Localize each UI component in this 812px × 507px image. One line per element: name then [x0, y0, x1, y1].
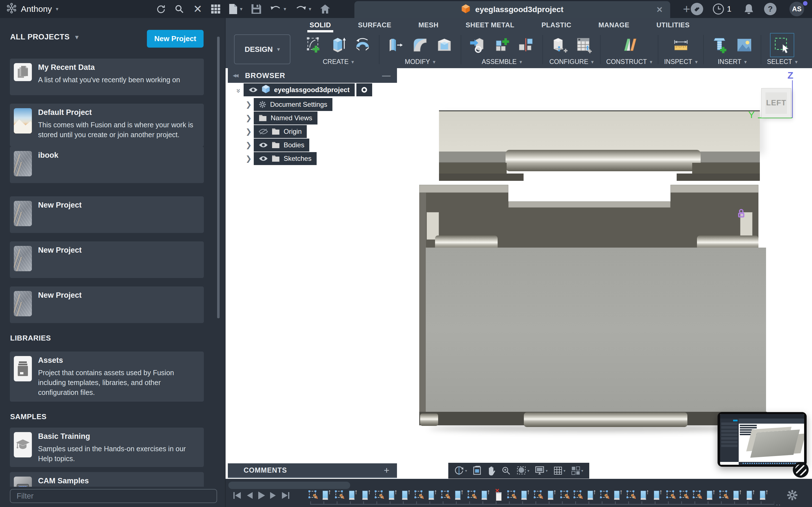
project-card[interactable]: ibook [10, 147, 204, 183]
visibility-eye-icon[interactable] [259, 156, 268, 161]
expander-icon[interactable]: » [234, 85, 243, 95]
viewports-button[interactable] [569, 466, 585, 475]
timeline-feature-extrude[interactable]: ↑ [613, 489, 622, 501]
group-label-modify[interactable]: MODIFY [405, 58, 430, 66]
create-sketch-button[interactable] [303, 33, 325, 57]
timeline-feature-sketch[interactable]: ✎ [335, 489, 344, 501]
save-button[interactable] [247, 0, 266, 18]
timeline-feature-extrude[interactable]: ↑ [746, 489, 755, 501]
expander-icon[interactable]: ❯ [244, 154, 254, 163]
timeline-feature-sketch[interactable]: ✎ [680, 489, 688, 501]
timeline-feature-extrude[interactable]: ↑ [428, 489, 437, 501]
timeline-feature-sketch[interactable]: ✎ [468, 489, 476, 501]
document-tab[interactable]: eyeglassgood3dproject ✕ [354, 1, 670, 18]
timeline-feature-sketch[interactable]: ✎ [719, 489, 728, 501]
timeline-zoom-slider[interactable] [229, 482, 350, 489]
select-button[interactable] [770, 33, 794, 57]
grid-settings-button[interactable] [552, 466, 567, 475]
project-card[interactable]: My Recent Data A list of what you've rec… [10, 59, 204, 95]
timeline-settings-button[interactable] [786, 490, 798, 502]
browser-row-sketches[interactable]: ❯ Sketches [244, 152, 317, 165]
shell-button[interactable] [434, 33, 455, 57]
timeline-feature-extrude[interactable]: ↑ [759, 489, 768, 501]
fillet-button[interactable] [409, 33, 431, 57]
collapse-panel-icon[interactable]: ◀◀ [233, 73, 238, 78]
library-card-assets[interactable]: Assets Project that contains assets used… [10, 351, 204, 402]
timeline-feature-sketch[interactable]: ✎ [666, 489, 675, 501]
tab-surface[interactable]: SURFACE [358, 21, 391, 29]
timeline-feature-extrude[interactable]: ↑ [455, 489, 463, 501]
group-label-assemble[interactable]: ASSEMBLE [481, 58, 516, 66]
timeline-feature-extrude[interactable]: ↑ [587, 489, 596, 501]
new-component-button[interactable] [491, 33, 513, 57]
timeline-feature-extrude[interactable]: ↑ [706, 489, 715, 501]
timeline-feature-extrude[interactable]: ↑ [653, 489, 662, 501]
tab-close-button[interactable]: ✕ [656, 5, 663, 14]
home-button[interactable] [316, 0, 335, 18]
timeline-feature-extrude[interactable]: ↑ [402, 489, 410, 501]
new-project-button[interactable]: New Project [147, 30, 204, 48]
revolve-button[interactable] [352, 33, 373, 57]
expander-icon[interactable]: ❯ [244, 114, 254, 122]
timeline-feature-sketch[interactable]: ✎ [560, 489, 569, 501]
project-card[interactable]: New Project [10, 196, 204, 233]
play-button[interactable] [258, 491, 265, 500]
viewport-canvas[interactable]: ◀◀ BROWSER — » eyeglassgood3dproject ❯ D… [225, 68, 812, 479]
browser-row-named-views[interactable]: ❯ Named Views [244, 112, 317, 124]
app-grid-button[interactable] [207, 0, 225, 18]
minimize-browser-button[interactable]: — [382, 71, 391, 80]
undo-button[interactable] [266, 0, 291, 18]
tab-sheet-metal[interactable]: SHEET METAL [465, 21, 514, 29]
tab-solid[interactable]: SOLID [310, 21, 331, 29]
help-button[interactable]: ? [760, 0, 781, 18]
timeline-feature-extrude[interactable]: ↑ [733, 489, 741, 501]
filter-input[interactable] [10, 489, 217, 503]
joint-button[interactable] [515, 33, 537, 57]
extrude-button[interactable] [327, 33, 349, 57]
display-settings-button[interactable] [533, 466, 549, 475]
visibility-eye-icon[interactable] [259, 142, 268, 148]
project-card[interactable]: Default Project This comes with Fusion a… [10, 104, 204, 147]
timeline-feature-sketch[interactable]: ✎ [574, 489, 582, 501]
timeline-feature-extrude[interactable]: ↑ [640, 489, 649, 501]
timeline-feature-extrude[interactable]: ↑ [322, 489, 331, 501]
visibility-eye-icon[interactable] [249, 87, 258, 93]
timeline-feature-sketch[interactable]: ✎ [415, 489, 423, 501]
group-label-select[interactable]: SELECT [767, 58, 792, 66]
panel-scrollbar[interactable] [217, 37, 220, 318]
configure-button[interactable] [549, 33, 570, 57]
configuration-table-button[interactable] [573, 33, 594, 57]
timeline-feature-sketch[interactable]: ✎ [693, 489, 702, 501]
expander-icon[interactable]: ❯ [244, 100, 254, 109]
insert-component-button[interactable] [467, 33, 488, 57]
all-projects-dropdown[interactable]: ALL PROJECTS [10, 33, 79, 41]
tab-utilities[interactable]: UTILITIES [656, 21, 690, 29]
timeline-feature-sketch[interactable]: ✎ [600, 489, 609, 501]
timeline-feature-sketch[interactable]: ✎ [375, 489, 384, 501]
timeline-feature-sketch[interactable]: ✎ [309, 489, 317, 501]
timeline-feature-extrude[interactable]: ↑ [362, 489, 370, 501]
browser-row-document-settings[interactable]: ❯ Document Settings [244, 98, 333, 111]
comments-bar[interactable]: COMMENTS + [228, 463, 397, 478]
group-label-configure[interactable]: CONFIGURE [549, 58, 588, 66]
timeline-feature-sketch[interactable]: ✎ [441, 489, 450, 501]
step-forward-button[interactable] [269, 492, 277, 499]
browser-row-bodies[interactable]: ❯ Bodies [244, 138, 309, 152]
visibility-eye-off-icon[interactable] [259, 128, 268, 135]
sync-button[interactable] [151, 0, 170, 18]
orbit-button[interactable] [453, 466, 469, 475]
project-card[interactable]: New Project [10, 241, 204, 278]
activate-component-radio[interactable] [356, 83, 372, 96]
timeline-feature-error[interactable]: ✕ [494, 489, 503, 501]
look-at-button[interactable] [471, 466, 483, 475]
user-menu[interactable]: Anthony [6, 3, 58, 15]
add-comment-button[interactable]: + [384, 465, 390, 476]
tab-plastic[interactable]: PLASTIC [541, 21, 571, 29]
redo-button[interactable] [291, 0, 316, 18]
timeline-feature-extrude[interactable]: ↑ [521, 489, 529, 501]
tab-manage[interactable]: MANAGE [599, 21, 629, 29]
browser-panel-header[interactable]: ◀◀ BROWSER — [228, 68, 397, 83]
expander-icon[interactable]: ❯ [244, 127, 254, 136]
timeline-ruler[interactable] [310, 501, 774, 505]
job-status-button[interactable]: 1 [708, 0, 736, 18]
